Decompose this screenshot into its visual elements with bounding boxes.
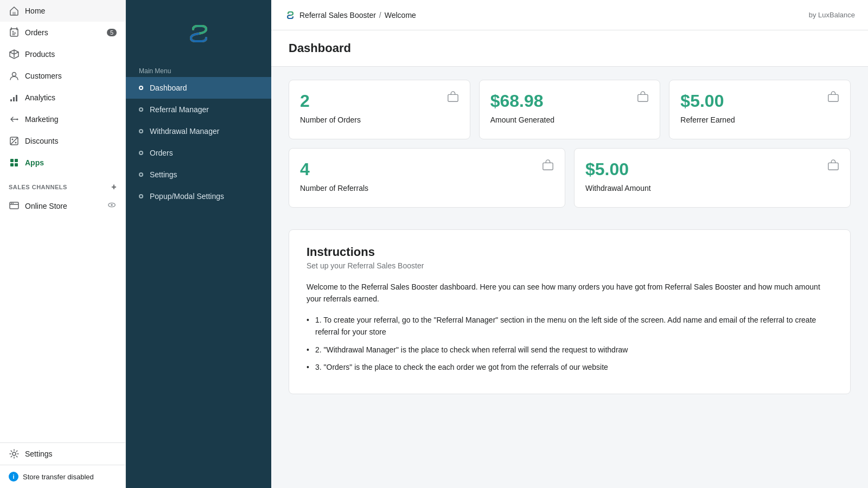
info-icon: i	[9, 472, 18, 481]
instructions-section: Instructions Set up your Referral Sales …	[289, 229, 851, 394]
sidebar-item-apps[interactable]: Apps	[0, 152, 125, 174]
sidebar-item-settings[interactable]: Settings	[0, 443, 125, 465]
shopify-sidebar: Home Orders 5 Products Customers Analy	[0, 0, 126, 488]
dot-icon	[139, 151, 143, 155]
orders-badge: 5	[107, 29, 117, 36]
stat-label-referrer-earned: Referrer Earned	[680, 115, 839, 124]
bag-icon-referrals	[542, 159, 554, 174]
stat-label-withdrawal-amount: Withdrawal Amount	[585, 184, 839, 192]
settings-icon	[9, 448, 20, 459]
sidebar-item-analytics[interactable]: Analytics	[0, 87, 125, 108]
eye-icon	[107, 200, 117, 211]
home-icon	[9, 5, 20, 16]
stat-value-num-referrals: 4	[300, 159, 310, 179]
marketing-label: Marketing	[25, 115, 58, 124]
app-sidebar-item-settings[interactable]: Settings	[126, 164, 271, 185]
stat-card-withdrawal-amount: $5.00 Withdrawal Amount	[574, 148, 851, 208]
instructions-step-1: 1. To create your referral, go to the "R…	[307, 314, 833, 338]
app-sidebar-item-orders[interactable]: Orders	[126, 142, 271, 164]
svg-rect-12	[10, 163, 14, 166]
instructions-subtitle: Set up your Referral Sales Booster	[307, 261, 833, 270]
svg-rect-0	[12, 12, 16, 15]
add-sales-channel-button[interactable]: +	[111, 182, 117, 192]
stat-card-num-referrals: 4 Number of Referrals	[289, 148, 565, 208]
orders-icon	[9, 27, 20, 38]
svg-rect-20	[448, 94, 458, 101]
instructions-title: Instructions	[307, 245, 833, 259]
sidebar-bottom: Settings i Store transfer disabled	[0, 442, 125, 488]
dot-icon	[139, 107, 143, 112]
dot-icon	[139, 194, 143, 198]
svg-rect-13	[15, 163, 18, 166]
top-bar: Referral Sales Booster / Welcome by LuxB…	[271, 0, 868, 30]
app-sidebar-item-popup-modal-settings[interactable]: Popup/Modal Settings	[126, 185, 271, 207]
app-sidebar-item-referral-manager[interactable]: Referral Manager	[126, 99, 271, 120]
content-area: Dashboard 2 Number of Orders $68.98	[271, 30, 868, 488]
sidebar-item-orders[interactable]: Orders 5	[0, 22, 125, 43]
stat-card-num-orders: 2 Number of Orders	[289, 80, 470, 139]
sales-channels-section: SALES CHANNELS +	[0, 174, 125, 194]
svg-rect-5	[16, 95, 17, 101]
discounts-icon	[9, 136, 20, 146]
breadcrumb: Referral Sales Booster / Welcome	[284, 9, 416, 21]
stat-card-header: 2	[300, 91, 459, 111]
analytics-icon	[9, 92, 20, 103]
stats-row-2: 4 Number of Referrals $5.00 Withdra	[289, 148, 851, 208]
sidebar-item-customers[interactable]: Customers	[0, 65, 125, 87]
stat-card-header: 4	[300, 159, 554, 179]
breadcrumb-app-name: Referral Sales Booster	[299, 11, 376, 20]
instructions-intro: Welcome to the Referral Sales Booster da…	[307, 281, 833, 305]
stat-card-header: $5.00	[585, 159, 839, 179]
svg-point-15	[11, 203, 12, 204]
by-label: by LuxBalance	[809, 11, 855, 19]
svg-rect-21	[638, 94, 648, 101]
app-logo	[126, 0, 271, 63]
svg-rect-22	[828, 94, 838, 101]
stat-label-num-orders: Number of Orders	[300, 115, 459, 124]
svg-rect-11	[15, 159, 18, 162]
stat-label-amount-generated: Amount Generated	[490, 115, 649, 124]
stat-value-withdrawal-amount: $5.00	[585, 159, 629, 179]
stat-card-header: $5.00	[680, 91, 839, 111]
svg-rect-4	[13, 97, 15, 101]
stat-value-referrer-earned: $5.00	[680, 91, 724, 111]
marketing-icon	[9, 114, 20, 125]
stat-value-num-orders: 2	[300, 91, 310, 111]
products-icon	[9, 49, 20, 60]
svg-point-16	[12, 203, 14, 204]
instructions-step-3: 3. "Orders" is the place to check the ea…	[307, 361, 833, 373]
sidebar-item-marketing[interactable]: Marketing	[0, 108, 125, 130]
stat-card-referrer-earned: $5.00 Referrer Earned	[669, 80, 851, 139]
stat-card-amount-generated: $68.98 Amount Generated	[479, 80, 661, 139]
breadcrumb-separator: /	[379, 11, 381, 20]
dashboard-header: Dashboard	[271, 30, 868, 67]
app-sidebar-item-dashboard[interactable]: Dashboard	[126, 77, 271, 99]
breadcrumb-page-name: Welcome	[385, 11, 416, 20]
instructions-step-2: 2. "Withdrawal Manager" is the place to …	[307, 344, 833, 356]
svg-rect-10	[10, 159, 14, 162]
sidebar-item-home[interactable]: Home	[0, 0, 125, 22]
stat-value-amount-generated: $68.98	[490, 91, 544, 111]
svg-point-6	[17, 119, 18, 120]
svg-point-2	[12, 73, 16, 76]
stat-card-header: $68.98	[490, 91, 649, 111]
apps-icon	[9, 157, 20, 168]
dot-icon	[139, 86, 143, 90]
sidebar-item-products[interactable]: Products	[0, 43, 125, 65]
bag-icon-referrer	[827, 91, 839, 106]
store-transfer-bar: i Store transfer disabled	[0, 465, 125, 488]
sidebar-item-discounts[interactable]: Discounts	[0, 130, 125, 152]
dashboard-title: Dashboard	[289, 41, 851, 55]
svg-rect-23	[543, 163, 553, 170]
dot-icon	[139, 172, 143, 177]
bag-icon-orders	[447, 91, 459, 106]
sidebar-item-online-store[interactable]: Online Store	[0, 194, 125, 217]
app-sidebar-section-label: Main Menu	[126, 63, 271, 77]
customers-icon	[9, 70, 20, 81]
app-sidebar: Main Menu Dashboard Referral Manager Wit…	[126, 0, 271, 488]
shopify-nav: Home Orders 5 Products Customers Analy	[0, 0, 125, 174]
svg-point-7	[12, 139, 14, 140]
svg-point-18	[111, 204, 113, 206]
app-sidebar-item-withdrawal-manager[interactable]: Withdrawal Manager	[126, 120, 271, 142]
stats-section: 2 Number of Orders $68.98 Amount Ge	[271, 67, 868, 229]
